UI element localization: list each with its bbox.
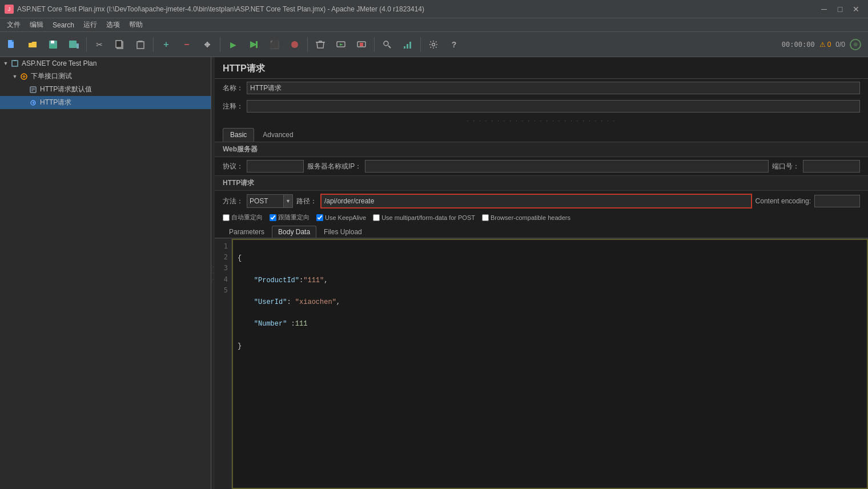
settings-button[interactable] xyxy=(424,35,443,54)
menu-search[interactable]: Search xyxy=(48,20,79,30)
panel-title: HTTP请求 xyxy=(215,57,868,79)
toggle-defaults xyxy=(21,86,27,93)
toggle-button[interactable] xyxy=(198,35,217,54)
protocol-input[interactable] xyxy=(247,160,304,173)
follow-redirect-label: 跟随重定向 xyxy=(278,213,310,222)
help-button[interactable]: ? xyxy=(444,35,464,54)
checkbox-multipart[interactable]: Use multipart/form-data for POST xyxy=(373,214,475,221)
keepalive-checkbox[interactable] xyxy=(316,214,323,221)
sep-1 xyxy=(86,37,87,52)
method-select-wrapper[interactable]: GET POST PUT DELETE HEAD OPTIONS PATCH ▼ xyxy=(247,194,293,208)
new-button[interactable] xyxy=(2,35,22,54)
svg-rect-3 xyxy=(51,41,54,43)
checkbox-auto-redirect[interactable]: 自动重定向 xyxy=(223,213,263,222)
tab-advanced[interactable]: Advanced xyxy=(255,128,300,142)
maximize-button[interactable]: □ xyxy=(833,2,847,17)
clear-all-button[interactable] xyxy=(311,35,330,54)
remove-button[interactable]: − xyxy=(177,35,196,54)
browser-compat-checkbox[interactable] xyxy=(482,214,489,221)
shutdown-icon xyxy=(290,39,300,50)
sep-6 xyxy=(420,37,421,52)
name-input[interactable] xyxy=(247,82,860,94)
sidebar: ▼ ASP.NET Core Test Plan ▼ 下单接口测试 xyxy=(0,57,211,489)
code-line-4: "Number" :111 xyxy=(238,319,862,330)
content-encoding-input[interactable] xyxy=(814,195,860,207)
tree-item-testplan[interactable]: ▼ ASP.NET Core Test Plan xyxy=(0,57,211,70)
menu-run[interactable]: 运行 xyxy=(79,19,102,31)
error-count: 0/0 xyxy=(835,41,845,49)
colon-3: : xyxy=(287,320,295,328)
menu-file[interactable]: 文件 xyxy=(2,19,25,31)
name-label: 名称： xyxy=(223,83,243,93)
save-icon xyxy=(48,39,58,50)
line-numbers: 1 2 3 4 5 xyxy=(215,239,232,489)
new-icon xyxy=(7,39,17,50)
shutdown-button[interactable] xyxy=(285,35,304,54)
val-productid: "111" xyxy=(303,276,324,284)
svg-rect-6 xyxy=(77,43,79,49)
save-button[interactable] xyxy=(43,35,63,54)
paste-icon xyxy=(135,39,146,50)
path-label: 路径： xyxy=(296,197,317,206)
copy-button[interactable] xyxy=(110,35,130,54)
auto-redirect-checkbox[interactable] xyxy=(223,214,230,221)
method-dropdown[interactable]: GET POST PUT DELETE HEAD OPTIONS PATCH xyxy=(247,195,283,207)
tree-item-threadgroup[interactable]: ▼ 下单接口测试 xyxy=(0,70,211,83)
val-number: 111 xyxy=(295,320,308,328)
browser-compat-label: Browser-compatible headers xyxy=(491,214,570,221)
network-icon: ⊕ xyxy=(850,39,861,50)
sub-tabs: Parameters Body Data Files Upload xyxy=(215,223,868,238)
help-icon: ? xyxy=(452,40,457,49)
svg-rect-10 xyxy=(137,42,144,49)
remote-stop-button[interactable] xyxy=(352,35,371,54)
remote-run-button[interactable] xyxy=(331,35,351,54)
toggle-icon xyxy=(202,39,212,50)
checkbox-keepalive[interactable]: Use KeepAlive xyxy=(316,214,366,221)
svg-marker-16 xyxy=(340,43,343,46)
tree-item-defaults[interactable]: HTTP请求默认值 xyxy=(0,83,211,96)
multipart-checkbox[interactable] xyxy=(373,214,380,221)
tree-label-defaults: HTTP请求默认值 xyxy=(40,85,92,94)
port-input[interactable] xyxy=(803,160,860,173)
checkbox-browser-compat[interactable]: Browser-compatible headers xyxy=(482,214,570,221)
code-content[interactable]: { "ProductId":"111", "UserId": "xiaochen… xyxy=(232,239,868,489)
zoom-button[interactable] xyxy=(377,35,397,54)
sub-tab-parameters[interactable]: Parameters xyxy=(223,226,271,238)
warning-indicator: ⚠ 0 xyxy=(819,41,831,49)
key-userid: "UserId" xyxy=(254,298,287,306)
sep-2 xyxy=(153,37,154,52)
menu-options[interactable]: 选项 xyxy=(102,19,124,31)
panel-drag-handle[interactable]: · · · · · · · · · · · · · · · · · · · · … xyxy=(215,115,868,126)
comment-input[interactable] xyxy=(247,100,860,113)
key-productid: "ProductId" xyxy=(254,276,299,284)
code-line-2: "ProductId":"111", xyxy=(238,275,862,286)
minimize-button[interactable]: ─ xyxy=(817,2,831,17)
menu-help[interactable]: 帮助 xyxy=(124,19,147,31)
run-no-pauses-button[interactable] xyxy=(244,35,263,54)
stop-button[interactable]: ⬛ xyxy=(264,35,284,54)
svg-point-14 xyxy=(291,41,298,48)
svg-rect-21 xyxy=(407,44,408,49)
host-input[interactable] xyxy=(365,160,769,173)
tree-item-httprequest[interactable]: HTTP请求 xyxy=(0,96,211,109)
report-button[interactable] xyxy=(398,35,417,54)
run-button[interactable]: ▶ xyxy=(223,35,243,54)
comment-row: 注释： xyxy=(215,97,868,115)
path-input[interactable] xyxy=(322,195,751,207)
sub-tab-filesupload[interactable]: Files Upload xyxy=(318,226,368,238)
paste-button[interactable] xyxy=(131,35,150,54)
close-button[interactable]: ✕ xyxy=(849,2,863,17)
code-line-5: } xyxy=(238,341,862,352)
menu-edit[interactable]: 编辑 xyxy=(25,19,48,31)
minus-icon: − xyxy=(184,39,189,50)
follow-redirect-checkbox[interactable] xyxy=(270,214,276,221)
checkbox-follow-redirect[interactable]: 跟随重定向 xyxy=(270,213,310,222)
auto-redirect-label: 自动重定向 xyxy=(231,213,263,222)
tab-basic[interactable]: Basic xyxy=(223,128,254,142)
add-button[interactable]: + xyxy=(156,35,176,54)
cut-button[interactable]: ✂ xyxy=(90,35,109,54)
sub-tab-bodydata[interactable]: Body Data xyxy=(272,226,316,238)
save-as-button[interactable] xyxy=(64,35,83,54)
open-button[interactable] xyxy=(23,35,42,54)
comment-label: 注释： xyxy=(223,102,243,111)
